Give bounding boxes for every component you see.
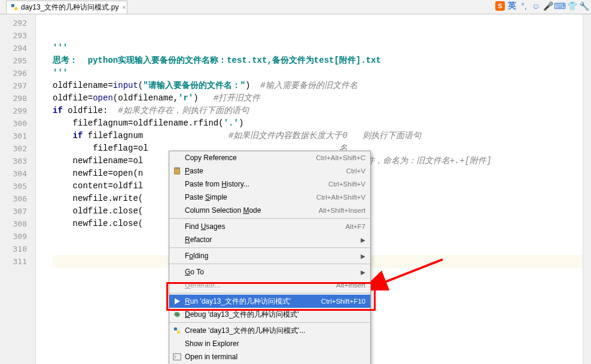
line-number: 299 (0, 105, 27, 117)
menu-shortcut: Ctrl+V (346, 167, 365, 175)
ime-lang-icon[interactable]: 英 (507, 1, 517, 11)
chevron-right-icon: ▶ (361, 253, 365, 259)
menu-item-label: Paste (185, 167, 346, 175)
menu-shortcut: Ctrl+Alt+Shift+C (316, 154, 365, 161)
code-line: 思考： python实现输入要备份的文件名称：test.txt,备份文件为tes… (53, 54, 591, 67)
py-icon (172, 326, 182, 335)
svg-rect-0 (11, 4, 14, 7)
editor-context-menu[interactable]: Copy ReferenceCtrl+Alt+Shift+CPasteCtrl+… (169, 151, 371, 364)
svg-rect-7 (174, 328, 177, 331)
line-number: 303 (0, 155, 27, 167)
menu-item-paste[interactable]: PasteCtrl+V (169, 164, 370, 178)
line-number: 293 (0, 29, 27, 42)
code-line: oldfile=open(oldfilename,'r') #打开旧文件 (53, 92, 591, 105)
menu-item-label: Open in terminal (185, 353, 365, 361)
line-number: 311 (0, 255, 27, 268)
code-line: if oldfile: #如果文件存在，则执行下面的语句 (53, 105, 591, 117)
line-number: 294 (0, 42, 27, 54)
menu-item-label: Folding (185, 252, 361, 260)
line-number: 309 (0, 230, 27, 243)
menu-item-label: Go To (185, 268, 361, 276)
menu-separator (169, 218, 370, 219)
keyboard-icon[interactable]: ⌨ (555, 1, 565, 11)
line-number: 305 (0, 180, 27, 192)
vertical-scrollbar[interactable] (583, 14, 591, 364)
skin-icon[interactable]: 👕 (567, 1, 577, 11)
menu-shortcut: Ctrl+Shift+F10 (321, 298, 365, 305)
line-number: 297 (0, 79, 27, 92)
mic-icon[interactable]: 🎤 (543, 1, 553, 11)
code-line: fileflagnum=oldfilename.rfind('.') (53, 117, 591, 130)
line-number-gutter: 2922932942952962972982993003013023033043… (0, 14, 36, 364)
menu-item-label: Column Selection Mode (185, 206, 318, 215)
svg-rect-3 (175, 167, 178, 169)
menu-item-label: Find Usages (185, 222, 345, 231)
menu-item-find-usages[interactable]: Find UsagesAlt+F7 (169, 220, 370, 233)
menu-item-open-in-terminal[interactable]: Open in terminal (169, 350, 370, 363)
file-tab[interactable]: day13_文件的几种访问模式.py × (6, 1, 127, 14)
line-number: 306 (0, 192, 27, 205)
menu-shortcut: Ctrl+Alt+Shift+V (316, 194, 365, 201)
line-number: 304 (0, 167, 27, 180)
code-line (53, 17, 591, 29)
menu-item-label: Paste from History... (185, 180, 328, 188)
tab-filename: day13_文件的几种访问模式.py (21, 2, 118, 13)
line-number: 301 (0, 130, 27, 142)
line-number: 296 (0, 67, 27, 79)
chevron-right-icon: ▶ (361, 237, 365, 243)
menu-item-label: Show in Explorer (185, 339, 365, 348)
menu-item-folding[interactable]: Folding▶ (169, 249, 370, 262)
menu-separator (169, 322, 370, 323)
menu-item-go-to[interactable]: Go To▶ (169, 265, 370, 279)
menu-item-run-day13[interactable]: Run 'day13_文件的几种访问模式'Ctrl+Shift+F10 (169, 295, 370, 308)
menu-item-paste-from-history[interactable]: Paste from History...Ctrl+Shift+V (169, 178, 370, 191)
menu-item-column-selection-mode[interactable]: Column Selection ModeAlt+Shift+Insert (169, 204, 370, 217)
line-number: 302 (0, 142, 27, 155)
emoji-icon[interactable]: ☺ (531, 1, 541, 11)
menu-item-copy-reference[interactable]: Copy ReferenceCtrl+Alt+Shift+C (169, 151, 370, 164)
line-number: 307 (0, 205, 27, 218)
line-number: 300 (0, 117, 27, 130)
svg-rect-8 (177, 331, 180, 334)
run-icon (172, 296, 182, 306)
line-number: 310 (0, 243, 27, 255)
menu-separator (169, 293, 370, 293)
line-number: 292 (0, 17, 27, 29)
menu-item-show-in-explorer[interactable]: Show in Explorer (169, 337, 370, 350)
menu-shortcut: Ctrl+Shift+V (328, 181, 365, 188)
menu-shortcut: Alt+Insert (336, 282, 365, 289)
debug-icon (172, 310, 182, 319)
menu-item-debug-day13[interactable]: Debug 'day13_文件的几种访问模式' (169, 308, 370, 321)
line-number: 298 (0, 92, 27, 105)
menu-shortcut: Alt+Shift+Insert (318, 207, 365, 214)
tool-icon[interactable]: 🔧 (579, 1, 589, 11)
term-icon (172, 352, 182, 362)
menu-item-label: Run 'day13_文件的几种访问模式' (185, 296, 321, 307)
menu-item-refactor[interactable]: Refactor▶ (169, 233, 370, 246)
punct-icon[interactable]: °, (519, 1, 529, 11)
code-line: oldfilename=input("请输入要备份的文件名：") #输入需要备份… (53, 79, 591, 92)
tab-close-icon[interactable]: × (123, 4, 126, 11)
menu-separator (169, 264, 370, 264)
menu-item-label: Create 'day13_文件的几种访问模式'... (185, 326, 365, 336)
code-line: ''' (53, 67, 591, 79)
menu-item-generate: Generate...Alt+Insert (169, 279, 370, 292)
sogou-icon[interactable]: S (495, 1, 505, 11)
paste-icon (172, 166, 182, 176)
menu-item-label: Refactor (185, 235, 361, 244)
python-file-icon (10, 3, 19, 11)
line-number: 308 (0, 218, 27, 230)
menu-item-label: Copy Reference (185, 154, 316, 162)
menu-item-create-day13[interactable]: Create 'day13_文件的几种访问模式'... (169, 324, 370, 337)
code-line: if fileflagnum #如果旧文件内容数据长度大于0 则执行下面语句 (53, 130, 591, 142)
line-number: 295 (0, 54, 27, 67)
menu-item-label: Debug 'day13_文件的几种访问模式' (185, 310, 365, 320)
menu-item-label: Generate... (185, 281, 336, 289)
system-tray: S 英 °, ☺ 🎤 ⌨ 👕 🔧 (495, 0, 589, 12)
svg-rect-9 (173, 354, 181, 360)
code-line (53, 29, 591, 42)
menu-separator (169, 247, 370, 248)
menu-item-label: Paste Simple (185, 193, 316, 201)
menu-item-paste-simple[interactable]: Paste SimpleCtrl+Alt+Shift+V (169, 191, 370, 204)
svg-rect-1 (14, 7, 17, 10)
